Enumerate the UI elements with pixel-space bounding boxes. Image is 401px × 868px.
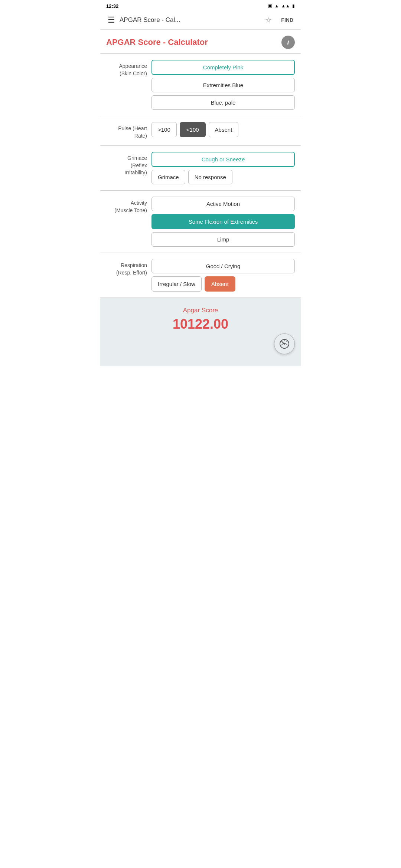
appearance-section: Appearance (Skin Color) Completely Pink … (100, 54, 301, 116)
score-label: Apgar Score (106, 307, 295, 314)
blue-pale-button[interactable]: Blue, pale (151, 95, 295, 110)
activity-label: Activity (Muscle Tone) (106, 197, 147, 214)
respiration-buttons-row: Irregular / Slow Absent (151, 276, 295, 292)
svg-line-4 (282, 341, 282, 342)
favorite-button[interactable]: ☆ (262, 13, 275, 27)
battery-icon: ▮ (292, 3, 295, 9)
page-title: APGAR Score - Calculator (106, 37, 208, 47)
info-button[interactable]: i (281, 36, 295, 49)
respiration-buttons: Good / Crying Irregular / Slow Absent (151, 259, 295, 292)
menu-icon: ☰ (108, 15, 115, 25)
respiration-section: Respiration (Resp. Effort) Good / Crying… (100, 253, 301, 297)
app-bar: ☰ APGAR Score - Cal... ☆ FIND (100, 10, 301, 30)
score-value: 10122.00 (106, 316, 295, 332)
pulse-buttons: >100 <100 Absent (151, 122, 295, 137)
irregular-slow-button[interactable]: Irregular / Slow (151, 276, 202, 292)
gt100-button[interactable]: >100 (151, 122, 177, 137)
cough-sneeze-button[interactable]: Cough or Sneeze (151, 152, 295, 167)
app-bar-title: APGAR Score - Cal... (120, 16, 262, 24)
no-response-button[interactable]: No response (188, 170, 232, 184)
pulse-section: Pulse (Heart Rate) >100 <100 Absent (100, 116, 301, 145)
limp-button[interactable]: Limp (151, 232, 295, 247)
status-icons: ▣ ▲ ▲▲ ▮ (268, 3, 295, 9)
respiration-label: Respiration (Resp. Effort) (106, 259, 147, 276)
gauge-fab-button[interactable] (274, 333, 295, 354)
page-header: APGAR Score - Calculator i (100, 30, 301, 53)
activity-buttons: Active Motion Some Flexion of Extremitie… (151, 197, 295, 247)
score-area: Apgar Score 10122.00 (100, 298, 301, 366)
extremities-blue-button[interactable]: Extremities Blue (151, 78, 295, 92)
gauge-icon (279, 339, 290, 349)
status-bar: 12:32 ▣ ▲ ▲▲ ▮ (100, 0, 301, 10)
signal-icon: ▲▲ (281, 3, 290, 9)
completely-pink-button[interactable]: Completely Pink (151, 60, 295, 75)
grimace-button[interactable]: Grimace (151, 170, 185, 184)
active-motion-button[interactable]: Active Motion (151, 197, 295, 211)
nav-drawer-button[interactable]: ☰ (105, 13, 118, 27)
star-icon: ☆ (265, 16, 272, 24)
grimace-buttons-row: Grimace No response (151, 170, 295, 184)
status-time: 12:32 (106, 3, 118, 9)
pulse-label: Pulse (Heart Rate) (106, 122, 147, 139)
grimace-label: Grimace (Reflex Irritability) (106, 152, 147, 177)
appearance-label: Appearance (Skin Color) (106, 60, 147, 77)
app-bar-actions: ☆ FIND (262, 13, 296, 27)
appearance-buttons: Completely Pink Extremities Blue Blue, p… (151, 60, 295, 110)
grimace-buttons: Cough or Sneeze Grimace No response (151, 152, 295, 184)
grimace-section: Grimace (Reflex Irritability) Cough or S… (100, 146, 301, 190)
sim-icon: ▣ (268, 3, 272, 9)
activity-section: Activity (Muscle Tone) Active Motion Som… (100, 191, 301, 253)
wifi-icon: ▲ (274, 3, 279, 9)
some-flexion-button[interactable]: Some Flexion of Extremities (151, 214, 295, 229)
svg-line-3 (287, 341, 287, 342)
absent-resp-button[interactable]: Absent (205, 276, 235, 292)
find-button[interactable]: FIND (278, 16, 296, 24)
absent-pulse-button[interactable]: Absent (209, 122, 239, 137)
good-crying-button[interactable]: Good / Crying (151, 259, 295, 273)
lt100-button[interactable]: <100 (180, 122, 206, 137)
pulse-buttons-row: >100 <100 Absent (151, 122, 295, 137)
